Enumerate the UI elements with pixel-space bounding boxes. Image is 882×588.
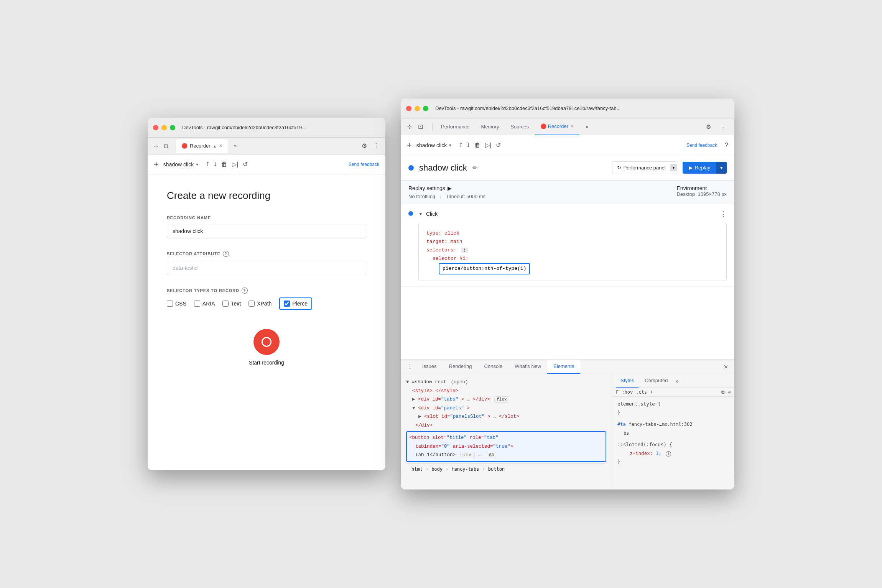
tab-elements[interactable]: Elements	[547, 360, 580, 374]
recorder-tab-left[interactable]: 🔴 Recorder ▲ ✕	[176, 139, 228, 153]
bc-html[interactable]: html	[411, 465, 423, 474]
recording-name-input[interactable]	[167, 224, 366, 238]
nav-tab-memory[interactable]: Memory	[476, 118, 504, 135]
add-style-btn[interactable]: +	[650, 389, 653, 395]
start-recording-btn[interactable]	[253, 329, 280, 355]
hov-btn[interactable]: :hov	[622, 389, 633, 395]
step-expand-icon[interactable]: ▼	[418, 211, 423, 217]
panel-toggle-icon[interactable]: ⊡	[162, 141, 170, 151]
more-icon-right[interactable]: ⋮	[717, 122, 728, 132]
xpath-checkbox[interactable]	[248, 301, 255, 307]
tab-computed[interactable]: Computed	[640, 374, 672, 388]
replay-btn-main[interactable]: ▶ Replay	[683, 162, 716, 174]
styles-tab-more-icon[interactable]: »	[675, 378, 678, 384]
copy-style-icon[interactable]: ⧉	[721, 389, 725, 395]
step-more-icon[interactable]: ⋮	[720, 210, 727, 218]
filter-icon[interactable]: F	[616, 389, 619, 395]
bc-button[interactable]: button	[488, 465, 505, 474]
recorder-tab-close[interactable]: ✕	[219, 143, 222, 148]
replay-btn-dropdown[interactable]: ▾	[716, 162, 727, 174]
help-icon-right[interactable]: ?	[725, 142, 728, 149]
recorder-tab-close-right[interactable]: ✕	[571, 124, 574, 129]
bc-body[interactable]: body	[431, 465, 443, 474]
aria-checkbox-item[interactable]: ARIA	[194, 301, 215, 307]
slot-panels-line: ▶ <slot id="panelsSlot" > … </slot>	[406, 412, 606, 421]
tab-whats-new[interactable]: What's New	[508, 360, 547, 374]
xpath-label: XPath	[257, 301, 272, 307]
tab-overflow-left[interactable]: »	[231, 141, 240, 150]
edit-icon[interactable]: ✏	[472, 164, 477, 171]
close-button-right[interactable]	[406, 106, 411, 111]
add-btn-right[interactable]: +	[407, 140, 412, 150]
cursor-icon[interactable]: ⊹	[152, 141, 160, 151]
code-selector1-line: selector #1:	[426, 255, 719, 263]
replay-settings-arrow: ▶	[448, 185, 452, 191]
replay-settings-title[interactable]: Replay settings ▶	[408, 185, 485, 191]
replay-btn[interactable]: ▶ Replay ▾	[683, 162, 727, 174]
recording-name-dropdown[interactable]: shadow click ▾	[163, 161, 198, 168]
tab-styles[interactable]: Styles	[616, 374, 638, 388]
more-icon-left[interactable]: ⋮	[372, 141, 381, 151]
layout-style-icon[interactable]: ⊞	[728, 389, 731, 395]
right-nav-top: ⊹ ⊡ Performance Memory Sources 🔴 Recorde…	[401, 118, 734, 135]
upload-icon[interactable]: ⤴	[206, 161, 209, 168]
recorder-tab-icon: 🔴	[181, 143, 188, 149]
panel-toggle-icon-right[interactable]: ⊡	[418, 123, 423, 130]
download-icon[interactable]: ⤵	[214, 161, 217, 168]
step-icon[interactable]: ▷|	[232, 161, 238, 168]
right-upload-icon[interactable]: ⤴	[459, 142, 462, 149]
tab-console[interactable]: Console	[478, 360, 509, 374]
bottom-panel-close-btn[interactable]: ✕	[721, 362, 731, 371]
pierce-checkbox-item[interactable]: Pierce	[279, 297, 312, 310]
right-step-icon[interactable]: ▷|	[485, 141, 491, 149]
delete-icon[interactable]: 🗑	[221, 161, 227, 168]
tab-rendering[interactable]: Rendering	[443, 360, 478, 374]
close-button-left[interactable]	[153, 125, 158, 130]
text-checkbox[interactable]	[222, 301, 229, 307]
tab-issues[interactable]: Issues	[416, 360, 443, 374]
replay-loop-icon[interactable]: ↺	[243, 161, 248, 168]
div-panels-expand[interactable]: ▼	[412, 406, 418, 411]
xpath-checkbox-item[interactable]: XPath	[248, 301, 272, 307]
cursor-icon-right[interactable]: ⊹	[407, 123, 412, 130]
selector-types-help-icon[interactable]: ?	[242, 287, 248, 294]
z-index-info-icon[interactable]: i	[666, 451, 671, 457]
replay-settings-bar: Replay settings ▶ No throttling | Timeou…	[401, 181, 734, 204]
css-checkbox-item[interactable]: CSS	[167, 301, 186, 307]
css-checkbox[interactable]	[167, 301, 173, 307]
bottom-tab-more-icon[interactable]: ⋮	[404, 361, 416, 372]
perf-panel-dropdown-chevron[interactable]: ▾	[670, 164, 677, 171]
slot-expand[interactable]: ▶	[418, 414, 424, 419]
perf-panel-btn[interactable]: ↻ Performance panel ▾	[612, 161, 677, 174]
right-recording-name-dropdown[interactable]: shadow click ▾	[416, 142, 451, 148]
nav-tab-sources[interactable]: Sources	[505, 118, 534, 135]
settings-icon-left[interactable]: ⚙	[360, 141, 369, 151]
send-feedback-link-left[interactable]: Send feedback	[349, 162, 379, 167]
maximize-button-right[interactable]	[423, 106, 428, 111]
pierce-checkbox[interactable]	[284, 301, 290, 307]
bc-fancy-tabs[interactable]: fancy-tabs	[451, 465, 479, 474]
right-replay-loop-icon[interactable]: ↺	[496, 141, 501, 149]
add-recording-btn[interactable]: +	[154, 159, 159, 169]
selector-attr-help-icon[interactable]: ?	[223, 251, 229, 257]
selector-types-label: SELECTOR TYPES TO RECORD ?	[167, 287, 366, 294]
nav-tab-performance[interactable]: Performance	[436, 118, 475, 135]
aria-checkbox[interactable]	[194, 301, 200, 307]
right-delete-icon[interactable]: 🗑	[474, 142, 480, 149]
minimize-button-right[interactable]	[415, 106, 420, 111]
right-download-icon[interactable]: ⤵	[467, 142, 470, 149]
button-highlight-box[interactable]: <button slot="title" role="tab" tabindex…	[406, 431, 606, 462]
ta-selector[interactable]: #ta	[617, 422, 626, 427]
nav-tab-recorder[interactable]: 🔴 Recorder ✕	[535, 118, 579, 135]
div-tabs-expand[interactable]: ▶	[412, 397, 418, 402]
minimize-button-left[interactable]	[161, 125, 167, 130]
styles-content: element.style { } #ta fancy-tabs-…mo.htm…	[612, 397, 734, 489]
settings-icon-right[interactable]: ⚙	[703, 122, 714, 132]
selector-attr-input[interactable]	[167, 261, 366, 275]
maximize-button-left[interactable]	[170, 125, 175, 130]
cls-btn[interactable]: .cls	[636, 389, 647, 395]
text-checkbox-item[interactable]: Text	[222, 301, 241, 307]
shadow-root-expand[interactable]: ▼	[406, 379, 412, 385]
send-feedback-link-right[interactable]: Send feedback	[686, 143, 717, 148]
nav-tab-overflow[interactable]: »	[580, 118, 594, 135]
